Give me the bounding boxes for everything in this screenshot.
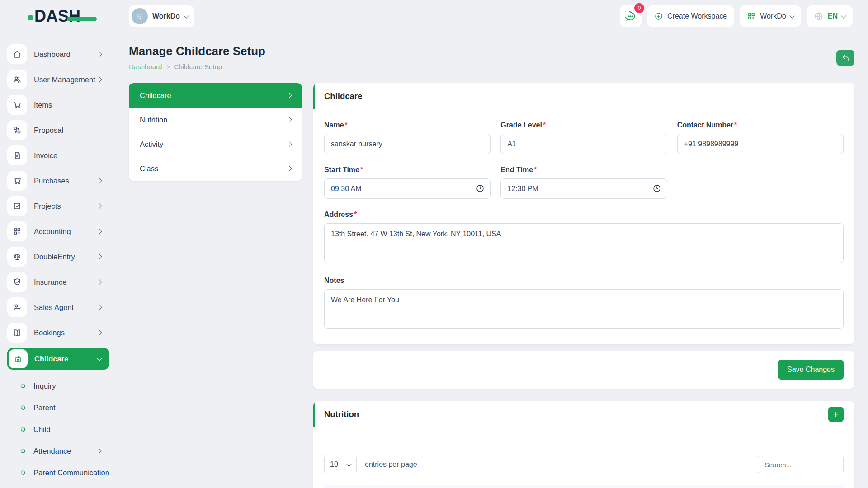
main-content: Manage Childcare Setup Dashboard Childca… [115, 33, 868, 488]
sidebar-item-dashboard[interactable]: Dashboard [7, 44, 109, 64]
sidebar-subitem-parent-communication[interactable]: Parent Communication [7, 462, 115, 483]
user-check-icon [7, 297, 27, 317]
chevron-right-icon [97, 330, 102, 335]
start-time-label: Start Time* [324, 166, 491, 174]
breadcrumb-dashboard-link[interactable]: Dashboard [129, 63, 162, 70]
topbar: DASH WorkDo 0 Create Workspace WorkDo EN [0, 0, 868, 33]
grid-plus-icon [747, 12, 756, 21]
workspace-switcher[interactable]: WorkDo [129, 5, 194, 27]
chevron-right-icon [97, 77, 102, 82]
language-code: EN [828, 12, 838, 20]
workflow-icon [7, 120, 27, 140]
chevron-down-icon [346, 461, 351, 466]
entries-per-page-select[interactable]: 10 [324, 455, 357, 474]
search-input[interactable] [758, 455, 844, 474]
entries-per-page-label: entries per page [365, 460, 417, 469]
chat-bubble-icon [625, 11, 636, 22]
contact-number-input[interactable] [677, 134, 844, 154]
sidebar-item-doubleentry[interactable]: DoubleEntry [7, 247, 109, 267]
cart-icon [7, 171, 27, 191]
create-workspace-button[interactable]: Create Workspace [647, 5, 734, 27]
chevron-right-icon [97, 305, 102, 310]
notes-textarea[interactable]: We Are Here For You [324, 289, 844, 329]
nutrition-card: Nutrition + 10 entries per page [313, 401, 854, 488]
sidebar-item-projects[interactable]: Projects [7, 196, 109, 216]
sidebar-item-proposal[interactable]: Proposal [7, 120, 109, 140]
nutrition-card-title: Nutrition [324, 409, 359, 419]
chevron-right-icon [287, 141, 292, 146]
sidebar-subitem-attendance[interactable]: Attendance [7, 440, 115, 462]
sidebar-subitem-inquiry[interactable]: Inquiry [7, 375, 115, 397]
save-changes-button[interactable]: Save Changes [778, 360, 844, 380]
end-time-label: End Time* [500, 166, 667, 174]
sidebar-subitem-child[interactable]: Child [7, 418, 115, 440]
nutrition-table-header: NUTRITION NAME ▲▼ FOOD ▲▼ ACTION ▲▼ [324, 485, 844, 488]
chevron-down-icon [789, 13, 794, 18]
subnav-item-class[interactable]: Class [129, 156, 302, 181]
scales-icon [7, 247, 27, 267]
bullet-icon [20, 470, 26, 475]
subnav-item-nutrition[interactable]: Nutrition [129, 108, 302, 132]
workspace-name: WorkDo [152, 12, 180, 20]
bullet-icon [20, 448, 26, 454]
end-time-input[interactable] [500, 178, 667, 199]
globe-icon [814, 11, 824, 21]
checkbox-icon [7, 196, 27, 216]
sidebar-item-invoice[interactable]: Invoice [7, 145, 109, 165]
chevron-right-icon [97, 254, 102, 259]
create-workspace-label: Create Workspace [667, 12, 727, 20]
chevron-right-icon [287, 93, 292, 98]
sidebar-item-insurance[interactable]: Insurance [7, 272, 109, 292]
grade-level-input[interactable] [500, 134, 667, 154]
name-input[interactable] [324, 134, 491, 154]
sidebar-item-purchases[interactable]: Purchases [7, 171, 109, 191]
language-selector[interactable]: EN [807, 5, 853, 27]
sidebar-subitem-parent[interactable]: Parent [7, 397, 115, 418]
add-nutrition-button[interactable]: + [828, 407, 844, 422]
chevron-right-icon [287, 166, 292, 171]
field-end-time: End Time* [500, 166, 667, 199]
sidebar-item-user-management[interactable]: User Management [7, 70, 109, 89]
sidebar-item-bookings[interactable]: Bookings [7, 323, 109, 343]
grade-level-label: Grade Level* [500, 121, 667, 129]
chevron-right-icon [96, 448, 101, 453]
logo-text: DASH [34, 8, 80, 24]
chevron-right-icon [97, 203, 102, 208]
subnav-item-childcare[interactable]: Childcare [129, 83, 302, 108]
logo-dash-mark [28, 15, 33, 20]
users-icon [7, 70, 27, 89]
childcare-card-title: Childcare [324, 91, 362, 101]
building-icon [136, 12, 144, 20]
document-icon [7, 145, 27, 165]
start-time-input[interactable] [324, 178, 491, 199]
childcare-card: Childcare Name* Grade Level* Conta [313, 83, 854, 344]
field-address: Address* 13th Street. 47 W 13th St, New … [324, 211, 844, 265]
name-label: Name* [324, 121, 491, 129]
bullet-icon [20, 427, 26, 432]
chevron-down-icon [841, 13, 846, 18]
address-label: Address* [324, 211, 844, 219]
contact-number-label: Contact Number* [677, 121, 844, 129]
sidebar-item-childcare[interactable]: Childcare [7, 348, 109, 370]
sidebar-item-items[interactable]: Items [7, 95, 109, 115]
breadcrumb-separator-icon [166, 65, 170, 68]
page-title: Manage Childcare Setup [129, 44, 854, 58]
breadcrumb-current: Childcare Setup [174, 63, 222, 70]
bullet-icon [20, 383, 26, 389]
breadcrumb: Dashboard Childcare Setup [129, 63, 854, 70]
shield-check-icon [7, 272, 27, 292]
sidebar-item-accounting[interactable]: Accounting [7, 221, 109, 241]
logo-green-bar [67, 17, 97, 21]
address-textarea[interactable]: 13th Street. 47 W 13th St, New York, NY … [324, 223, 844, 263]
sidebar-item-sales-agent[interactable]: Sales Agent [7, 297, 109, 317]
workdo-menu-button[interactable]: WorkDo [740, 5, 801, 27]
field-notes: Notes We Are Here For You [324, 277, 844, 331]
setup-subnav: Childcare Nutrition Activity Class [129, 83, 302, 181]
form-footer: Save Changes [313, 351, 854, 389]
notes-label: Notes [324, 277, 844, 285]
back-button[interactable] [836, 50, 854, 66]
field-start-time: Start Time* [324, 166, 491, 199]
chevron-right-icon [97, 52, 102, 56]
messages-button[interactable]: 0 [620, 5, 642, 27]
subnav-item-activity[interactable]: Activity [129, 132, 302, 156]
